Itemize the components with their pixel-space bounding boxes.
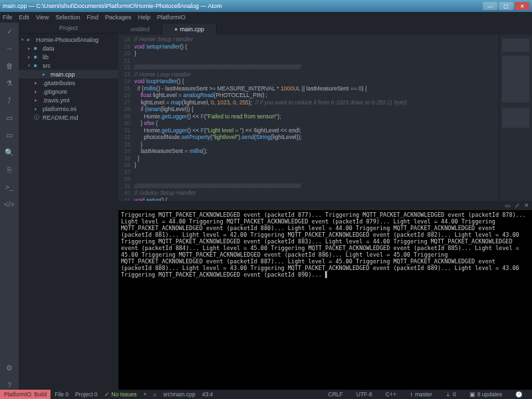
tree-file[interactable]: ⬧.gitattributes xyxy=(19,78,118,87)
titlebar: main.cpp — C:\Users\shut\Documents\Platf… xyxy=(0,0,532,12)
close-button[interactable]: ✕ xyxy=(515,2,529,10)
terminal-close-icon[interactable]: ✕ xyxy=(524,202,529,209)
menu-view[interactable]: View xyxy=(36,14,49,21)
status-branch[interactable]: ᚼ master xyxy=(410,391,432,398)
code-editor[interactable]: 18 19 20 21 22 23 24 25 26 27 28 29 30 3… xyxy=(118,35,532,201)
tree-file[interactable]: ⓘREADME.md xyxy=(19,113,118,122)
project-panel: Project ▾▸ Homie-PhotocellAnalog ▸■data … xyxy=(19,23,118,390)
tree-root[interactable]: ▾▸ Homie-PhotocellAnalog xyxy=(19,35,118,44)
menu-help[interactable]: Help xyxy=(138,14,150,21)
status-lang[interactable]: C++ xyxy=(386,391,396,398)
terminal-header: ▭ ⤢ ✕ xyxy=(118,201,532,210)
status-encoding[interactable]: UTF-8 xyxy=(356,391,372,398)
menu-find[interactable]: Find xyxy=(86,14,98,21)
check-icon[interactable]: ✓ xyxy=(5,27,14,36)
minimap[interactable] xyxy=(499,35,532,201)
menu-edit[interactable]: Edit xyxy=(19,14,30,21)
status-cursor[interactable]: 43:4 xyxy=(202,391,213,398)
menu-file[interactable]: File xyxy=(3,14,13,21)
book-icon[interactable]: ▭ xyxy=(5,113,14,122)
terminal-panel[interactable]: Triggering MQTT_PACKET_ACKNOWLEDGED even… xyxy=(118,210,532,390)
tab-main[interactable]: ●main.cpp xyxy=(162,24,217,35)
upload-icon[interactable]: ⤴ xyxy=(5,96,14,105)
tree-file[interactable]: ⬧.gitignore xyxy=(19,87,118,96)
tabs-bar: untitled ●main.cpp xyxy=(118,23,532,35)
tree-folder[interactable]: ▸■lib xyxy=(19,53,118,61)
code-icon[interactable]: </> xyxy=(5,200,14,209)
menu-selection[interactable]: Selection xyxy=(55,14,80,21)
file-tree[interactable]: ▾▸ Homie-PhotocellAnalog ▸■data ▸■lib ▾■… xyxy=(19,34,118,123)
maximize-button[interactable]: ▢ xyxy=(499,2,513,10)
tab-untitled[interactable]: untitled xyxy=(118,24,162,35)
terminal-min-icon[interactable]: ▭ xyxy=(505,202,511,209)
window-title: main.cpp — C:\Users\shut\Documents\Platf… xyxy=(3,3,483,9)
status-add[interactable]: + xyxy=(143,391,146,398)
status-issues[interactable]: ✓ No Issues xyxy=(104,391,137,398)
code-text[interactable]: // Homie Setup Handler void setupHandler… xyxy=(134,35,499,201)
folder-icon[interactable]: ▭ xyxy=(5,130,14,140)
tree-folder[interactable]: ▾■src xyxy=(19,61,118,70)
project-header: Project xyxy=(19,23,118,34)
status-path[interactable]: src\main.cpp xyxy=(164,391,196,398)
terminal-max-icon[interactable]: ⤢ xyxy=(515,202,520,209)
minimize-button[interactable]: — xyxy=(483,2,497,10)
tree-file[interactable]: ⬧.travis.yml xyxy=(19,96,118,104)
tree-file-main[interactable]: ⬧main.cpp xyxy=(19,70,118,78)
search-icon[interactable]: 🔍 xyxy=(5,148,14,157)
menu-bar: FileEditViewSelectionFindPackagesHelpPla… xyxy=(0,12,532,23)
tree-root-label: Homie-PhotocellAnalog xyxy=(36,37,98,43)
status-fetch[interactable]: ⇣ 0 xyxy=(446,391,456,398)
menu-packages[interactable]: Packages xyxy=(105,14,132,21)
gear-icon[interactable]: ⚙ xyxy=(5,363,14,372)
line-gutter: 18 19 20 21 22 23 24 25 26 27 28 29 30 3… xyxy=(118,35,134,201)
beaker-icon[interactable]: ⚗ xyxy=(5,78,14,88)
window-buttons: — ▢ ✕ xyxy=(483,2,529,10)
status-pio-build[interactable]: PlatformIO: Build xyxy=(0,390,51,399)
terminal-icon[interactable]: >_ xyxy=(5,182,14,192)
status-file[interactable]: File 0 xyxy=(55,391,68,398)
status-updates[interactable]: ▣ 8 updates xyxy=(469,391,502,398)
arrow-right-icon[interactable]: → xyxy=(5,44,14,53)
status-bar: PlatformIO: Build File 0 Project 0 ✓ No … xyxy=(0,390,532,399)
activity-bar: ✓ → 🗑 ⚗ ⤴ ▭ ▭ 🔍 ⎘ >_ </> ⚙ ? xyxy=(0,23,19,390)
help-icon[interactable]: ? xyxy=(5,380,14,390)
menu-platformio[interactable]: PlatformIO xyxy=(157,14,186,21)
tree-file[interactable]: ⬧platformio.ini xyxy=(19,104,118,113)
tree-folder[interactable]: ▸■data xyxy=(19,44,118,53)
trash-icon[interactable]: 🗑 xyxy=(5,61,14,70)
editor-area: untitled ●main.cpp 18 19 20 21 22 23 24 … xyxy=(118,23,532,390)
plug-icon[interactable]: ⎘ xyxy=(5,165,14,174)
status-clock-icon[interactable]: 🕐 xyxy=(515,391,523,398)
status-home-icon[interactable]: ⌂ xyxy=(153,391,156,398)
status-crlf[interactable]: CRLF xyxy=(329,391,343,398)
status-project[interactable]: Project 0 xyxy=(75,391,98,398)
